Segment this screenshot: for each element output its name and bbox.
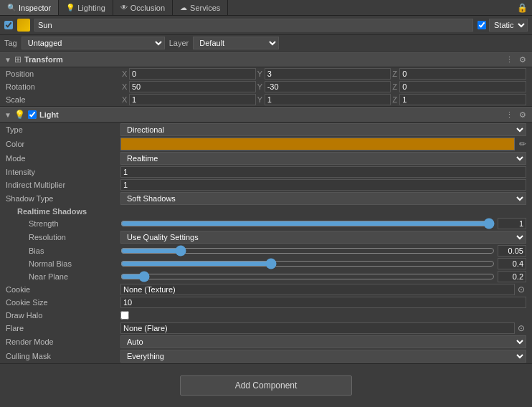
tab-services-label: Services	[190, 4, 220, 12]
culling-mask-dropdown[interactable]: Everything	[120, 350, 526, 363]
services-icon: ☁	[180, 4, 187, 11]
cookie-input[interactable]	[120, 284, 515, 295]
add-component-button[interactable]: Add Component	[180, 375, 352, 396]
object-icon	[17, 19, 30, 32]
position-xyz: X Y Z	[120, 68, 526, 80]
scale-x-label: X	[120, 95, 129, 104]
transform-gear-btn[interactable]: ⚙	[518, 55, 528, 64]
near-plane-input[interactable]	[498, 271, 526, 282]
tab-services[interactable]: ☁ Services	[173, 0, 228, 15]
light-arrow[interactable]: ▼	[4, 111, 11, 119]
bias-value	[120, 245, 526, 257]
position-x-input[interactable]	[129, 68, 256, 80]
mode-dropdown[interactable]: Realtime	[120, 152, 526, 165]
flare-select-btn[interactable]: ⊙	[516, 323, 526, 333]
normal-bias-slider-wrapper	[120, 258, 526, 269]
flare-input[interactable]	[120, 322, 515, 334]
scale-row: Scale X Y Z	[0, 93, 532, 106]
near-plane-value	[120, 271, 526, 282]
indirect-mult-input[interactable]	[120, 179, 526, 191]
position-x-item: X	[120, 68, 256, 80]
tab-inspector[interactable]: 🔍 Inspector	[0, 0, 59, 15]
cookie-value: ⊙	[120, 284, 526, 295]
scale-x-input[interactable]	[129, 94, 256, 105]
color-row: Color ✏	[0, 137, 532, 151]
draw-halo-checkbox[interactable]	[120, 311, 129, 320]
shadow-type-value: Soft Shadows	[120, 192, 526, 205]
scale-z-input[interactable]	[399, 94, 526, 105]
cookie-size-input[interactable]	[120, 297, 526, 308]
near-plane-slider[interactable]	[120, 272, 495, 282]
light-gear-btn[interactable]: ⚙	[518, 110, 528, 120]
tab-lighting[interactable]: 💡 Lighting	[59, 0, 113, 15]
flare-label: Flare	[6, 324, 120, 332]
tag-select[interactable]: Untagged	[22, 37, 165, 49]
static-dropdown[interactable]: Static	[489, 19, 528, 32]
normal-bias-row: Normal Bias	[0, 257, 532, 270]
cookie-row: Cookie ⊙	[0, 283, 532, 296]
object-active-checkbox[interactable]	[4, 21, 13, 29]
normal-bias-input[interactable]	[498, 258, 526, 269]
color-swatch[interactable]	[120, 138, 515, 150]
pos-x-label: X	[120, 70, 129, 78]
static-checkbox[interactable]	[478, 21, 486, 29]
position-z-item: Z	[391, 68, 526, 80]
tag-label: Tag	[4, 39, 17, 47]
normal-bias-value	[120, 258, 526, 269]
rotation-x-input[interactable]	[129, 81, 256, 92]
render-mode-dropdown[interactable]: Auto	[120, 335, 526, 348]
rotation-z-input[interactable]	[399, 81, 526, 92]
light-header: ▼ 💡 Light ⋮ ⚙	[0, 107, 532, 123]
rot-y-label: Y	[256, 82, 265, 91]
strength-input[interactable]	[498, 218, 526, 229]
shadow-type-row: Shadow Type Soft Shadows	[0, 191, 532, 206]
lock-button[interactable]: 🔒	[513, 0, 532, 15]
position-z-input[interactable]	[399, 68, 526, 80]
light-settings-btn[interactable]: ⋮	[504, 110, 515, 120]
transform-arrow[interactable]: ▼	[4, 56, 11, 64]
near-plane-label: Near Plane	[6, 272, 120, 281]
bias-input[interactable]	[498, 245, 526, 257]
color-label: Color	[6, 140, 120, 148]
draw-halo-label: Draw Halo	[6, 311, 120, 320]
type-value: Directional	[120, 123, 526, 136]
tag-layer-row: Tag Untagged Layer Default	[0, 35, 532, 52]
resolution-dropdown[interactable]: Use Quality Settings	[120, 231, 526, 244]
light-active-checkbox[interactable]	[28, 110, 37, 119]
rotation-y-item: Y	[256, 81, 391, 92]
position-y-input[interactable]	[265, 68, 391, 80]
normal-bias-slider[interactable]	[120, 259, 495, 269]
scale-y-input[interactable]	[265, 94, 391, 105]
type-dropdown[interactable]: Directional	[120, 123, 526, 136]
indirect-mult-value	[120, 179, 526, 191]
intensity-input[interactable]	[120, 166, 526, 178]
indirect-mult-label: Indirect Multiplier	[6, 181, 120, 189]
strength-row: Strength	[0, 217, 532, 230]
strength-slider-wrapper	[120, 218, 526, 229]
rotation-xyz: X Y Z	[120, 81, 526, 92]
bias-slider[interactable]	[120, 246, 495, 256]
layer-select[interactable]: Default	[193, 37, 279, 49]
tab-occlusion-label: Occlusion	[130, 4, 165, 12]
resolution-value: Use Quality Settings	[120, 231, 526, 244]
shadow-type-dropdown[interactable]: Soft Shadows	[120, 192, 526, 205]
strength-slider[interactable]	[120, 219, 495, 229]
cookie-size-row: Cookie Size	[0, 296, 532, 309]
rotation-y-input[interactable]	[265, 81, 391, 92]
scale-label: Scale	[6, 95, 120, 104]
tab-occlusion[interactable]: 👁 Occlusion	[113, 0, 173, 15]
render-mode-label: Render Mode	[6, 337, 120, 346]
resolution-row: Resolution Use Quality Settings	[0, 230, 532, 244]
render-mode-value: Auto	[120, 335, 526, 348]
object-name-input[interactable]	[34, 19, 473, 32]
scale-z-label: Z	[391, 95, 399, 104]
color-picker-icon[interactable]: ✏	[519, 139, 526, 149]
flare-value: ⊙	[120, 322, 526, 334]
transform-title: Transform	[24, 55, 63, 64]
occlusion-icon: 👁	[120, 4, 128, 11]
scale-y-label: Y	[256, 95, 265, 104]
mode-value: Realtime	[120, 152, 526, 165]
cookie-select-btn[interactable]: ⊙	[516, 284, 526, 295]
draw-halo-value	[120, 311, 526, 320]
transform-settings-btn[interactable]: ⋮	[504, 55, 515, 64]
